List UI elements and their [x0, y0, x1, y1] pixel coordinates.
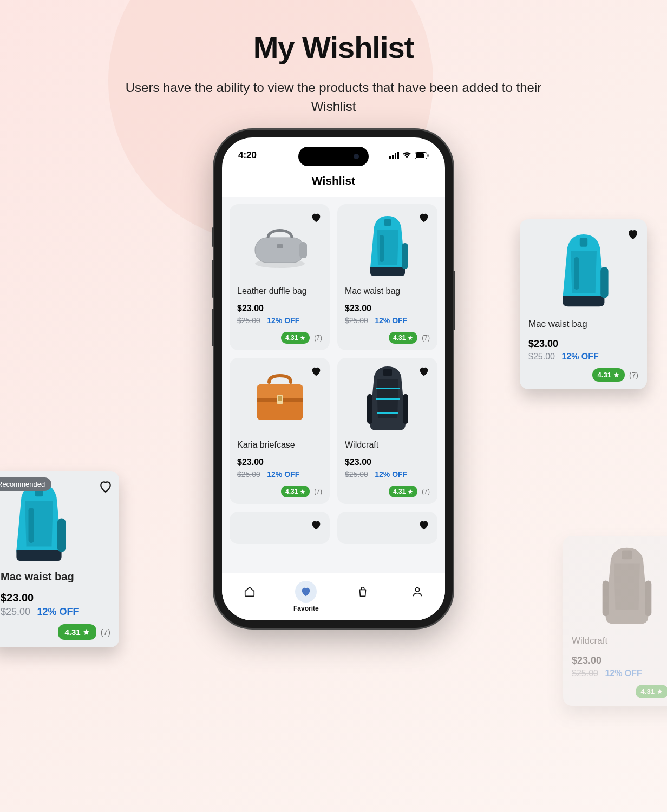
svg-rect-2 — [395, 153, 396, 159]
heart-outline-icon[interactable] — [99, 480, 110, 492]
product-discount: 12% OFF — [267, 470, 299, 479]
user-icon — [411, 586, 423, 598]
svg-rect-12 — [384, 219, 391, 226]
rating-pill: 4.31 — [389, 332, 417, 344]
product-discount: 12% OFF — [267, 316, 299, 325]
nav-favorite[interactable]: Favorite — [293, 581, 319, 612]
product-card-mac-waist[interactable]: Mac waist bag $23.00 $25.00 12% OFF 4.31… — [337, 204, 437, 350]
product-name: Leather duffle bag — [237, 286, 322, 296]
product-old-price: $25.00 — [237, 316, 260, 325]
phone-screen: 4:20 Wishlist — [222, 137, 445, 620]
product-price: $23.00 — [345, 457, 430, 467]
svg-rect-11 — [277, 244, 283, 248]
app-header: Wishlist — [222, 168, 445, 197]
nav-label: Favorite — [293, 605, 319, 612]
review-count: (7) — [629, 371, 638, 379]
svg-rect-13 — [402, 243, 408, 269]
product-name: Karia briefcase — [237, 440, 322, 450]
bottom-nav: Favorite — [222, 573, 445, 620]
star-icon — [408, 335, 413, 340]
product-card-cutoff[interactable] — [337, 512, 437, 544]
product-card-wildcraft[interactable]: Wildcraft $23.00 $25.00 12% OFF 4.31 (7) — [337, 358, 437, 504]
svg-rect-20 — [383, 369, 392, 376]
product-card-cutoff[interactable] — [230, 512, 330, 544]
svg-rect-0 — [389, 156, 391, 159]
star-icon — [83, 628, 90, 636]
nav-shop[interactable] — [352, 581, 374, 603]
product-image — [237, 364, 322, 435]
product-old-price: $25.00 — [572, 669, 598, 678]
star-icon — [300, 335, 305, 340]
review-count: (7) — [422, 488, 430, 495]
home-icon — [244, 586, 256, 598]
svg-rect-34 — [645, 580, 651, 616]
star-icon — [408, 489, 413, 494]
svg-rect-27 — [579, 238, 587, 247]
phone-mock: 4:20 Wishlist — [214, 130, 453, 628]
svg-rect-10 — [299, 242, 307, 258]
product-discount: 12% OFF — [561, 352, 598, 362]
status-time: 4:20 — [238, 150, 257, 161]
recommended-badge: Recommended — [0, 477, 51, 491]
heart-icon[interactable] — [418, 519, 430, 531]
product-price: $23.00 — [572, 655, 667, 666]
product-discount: 12% OFF — [375, 470, 407, 479]
hero-subtitle: Users have the ability to view the produ… — [122, 78, 545, 116]
nav-profile[interactable] — [407, 581, 428, 603]
float-card-wildcraft-faded[interactable]: Wildcraft $23.00 $25.00 12% OFF 4.31 (7) — [563, 536, 667, 706]
product-old-price: $25.00 — [1, 606, 30, 618]
product-name: Mac waist bag — [528, 319, 638, 330]
svg-rect-3 — [397, 152, 399, 159]
rating-pill: 4.31 — [389, 486, 417, 497]
rating-pill: 4.31 — [636, 685, 667, 698]
svg-rect-19 — [278, 396, 282, 401]
wifi-icon — [402, 152, 411, 159]
svg-rect-8 — [255, 238, 305, 263]
dynamic-island — [298, 147, 369, 166]
rating-pill: 4.31 — [58, 624, 96, 640]
product-price: $23.00 — [1, 592, 110, 604]
app-header-title: Wishlist — [222, 174, 445, 187]
heart-icon[interactable] — [626, 228, 638, 240]
app-body[interactable]: Leather duffle bag $23.00 $25.00 12% OFF… — [222, 197, 445, 573]
svg-point-26 — [416, 588, 420, 592]
svg-rect-32 — [29, 508, 34, 543]
product-card-karia[interactable]: Karia briefcase $23.00 $25.00 12% OFF 4.… — [230, 358, 330, 504]
product-image — [1, 479, 110, 565]
product-card-leather-duffle[interactable]: Leather duffle bag $23.00 $25.00 12% OFF… — [230, 204, 330, 350]
product-price: $23.00 — [237, 457, 322, 467]
product-old-price: $25.00 — [345, 470, 368, 479]
product-old-price: $25.00 — [345, 316, 368, 325]
star-icon — [613, 372, 619, 378]
product-image — [345, 364, 430, 435]
nav-home[interactable] — [239, 581, 260, 603]
product-old-price: $25.00 — [237, 470, 260, 479]
float-card-recommended[interactable]: Recommended Mac waist bag $23.00 $25.00 … — [0, 471, 119, 647]
heart-icon[interactable] — [310, 212, 322, 224]
review-count: (7) — [314, 334, 322, 342]
product-name: Wildcraft — [345, 440, 430, 450]
product-name: Wildcraft — [572, 636, 667, 646]
svg-rect-5 — [416, 153, 424, 158]
svg-rect-29 — [574, 257, 579, 290]
product-name: Mac waist bag — [1, 571, 110, 583]
svg-rect-31 — [57, 519, 66, 552]
product-image — [528, 227, 638, 313]
battery-icon — [415, 152, 429, 159]
float-card-mac-waist[interactable]: Mac waist bag $23.00 $25.00 12% OFF 4.31… — [520, 219, 647, 389]
svg-rect-1 — [392, 155, 394, 159]
star-icon — [657, 689, 663, 695]
heart-icon[interactable] — [310, 519, 322, 531]
review-count: (7) — [314, 488, 322, 495]
heart-icon[interactable] — [310, 365, 322, 377]
product-discount: 12% OFF — [37, 606, 79, 618]
bag-icon — [357, 586, 369, 598]
svg-rect-6 — [428, 154, 429, 157]
hero-title: My Wishlist — [0, 30, 667, 65]
product-price: $23.00 — [237, 304, 322, 313]
heart-icon[interactable] — [418, 365, 430, 377]
heart-icon[interactable] — [418, 212, 430, 224]
svg-rect-24 — [403, 394, 408, 424]
svg-rect-14 — [380, 235, 384, 262]
product-name: Mac waist bag — [345, 286, 430, 296]
